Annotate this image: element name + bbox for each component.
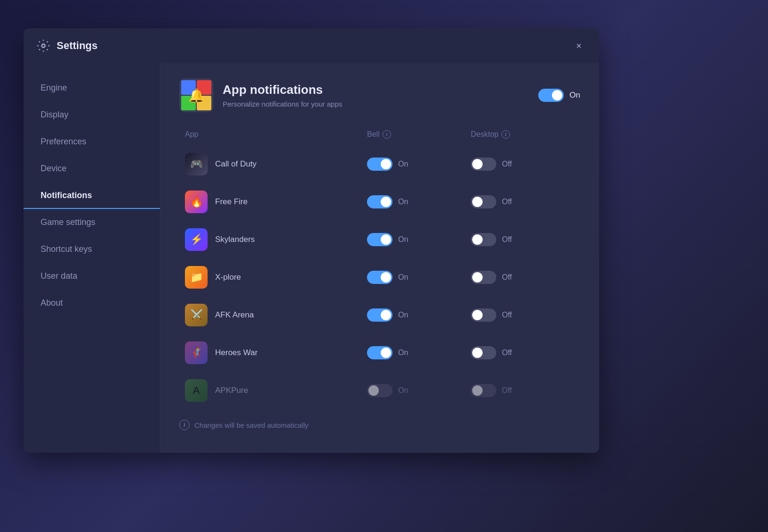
settings-window: Settings × EngineDisplayPreferencesDevic… (24, 28, 599, 453)
bell-toggle-label-skylanders: On (398, 235, 408, 244)
th-bell: Bell i (367, 130, 471, 139)
desktop-toggle-knob-skylanders (472, 234, 483, 245)
sidebar-item-device[interactable]: Device (24, 155, 160, 182)
desktop-toggle-apkpure[interactable] (471, 384, 496, 397)
desktop-toggle-cell-skylanders: Off (471, 233, 575, 246)
window-title: Settings (57, 40, 98, 52)
app-name-call-of-duty: Call of Duty (215, 159, 257, 169)
app-icon-afk-arena: ⚔️ (185, 304, 208, 326)
notifications-icon-box: 🔔 (179, 78, 213, 112)
desktop-toggle-knob-x-plore (472, 272, 483, 283)
bell-toggle-x-plore[interactable] (367, 271, 392, 284)
bell-toggle-apkpure[interactable] (367, 384, 392, 397)
bell-toggle-knob-skylanders (381, 234, 391, 245)
bell-toggle-label-afk-arena: On (398, 311, 408, 319)
app-name-free-fire: Free Fire (215, 197, 248, 207)
desktop-toggle-knob-apkpure (472, 385, 483, 396)
header-left: Settings (37, 39, 98, 52)
app-name-heroes-war: Heroes War (215, 348, 258, 357)
sidebar-item-display[interactable]: Display (24, 101, 160, 128)
auto-save-notice: i Changes will be saved automatically (179, 420, 580, 430)
main-content: 🔔 App notifications Personalize notifica… (160, 63, 599, 453)
sidebar-item-preferences[interactable]: Preferences (24, 128, 160, 155)
desktop-toggle-cell-heroes-war: Off (471, 346, 575, 359)
sidebar-item-about[interactable]: About (24, 290, 160, 316)
desktop-toggle-heroes-war[interactable] (471, 346, 496, 359)
desktop-toggle-cell-afk-arena: Off (471, 308, 575, 322)
sidebar-item-game-settings[interactable]: Game settings (24, 209, 160, 236)
desktop-toggle-cell-x-plore: Off (471, 271, 575, 284)
gear-icon (37, 39, 50, 52)
bell-toggle-afk-arena[interactable] (367, 308, 392, 322)
bell-toggle-label-free-fire: On (398, 198, 408, 206)
table-header: App Bell i Desktop i (179, 126, 580, 142)
sidebar-item-shortcut-keys[interactable]: Shortcut keys (24, 236, 160, 263)
master-toggle-label: On (569, 91, 580, 100)
bell-toggle-heroes-war[interactable] (367, 346, 392, 359)
app-name-x-plore: X-plore (215, 273, 241, 282)
auto-save-text: Changes will be saved automatically (194, 421, 309, 429)
desktop-toggle-label-skylanders: Off (502, 235, 512, 244)
bell-toggle-cell-call-of-duty: On (367, 158, 471, 171)
desktop-toggle-cell-apkpure: Off (471, 384, 575, 397)
desktop-toggle-free-fire[interactable] (471, 195, 496, 208)
desktop-toggle-afk-arena[interactable] (471, 308, 496, 322)
bell-toggle-call-of-duty[interactable] (367, 158, 392, 171)
apps-table: App Bell i Desktop i 🎮 Call of Duty (179, 126, 580, 408)
bell-toggle-knob-apkpure (368, 385, 379, 396)
body: EngineDisplayPreferencesDeviceNotificati… (24, 63, 599, 453)
th-desktop: Desktop i (471, 130, 575, 139)
app-name-apkpure: APKPure (215, 386, 248, 395)
sidebar-item-engine[interactable]: Engine (24, 75, 160, 101)
app-icon-apkpure: A (185, 379, 208, 402)
app-info-heroes-war: 🦸 Heroes War (185, 341, 367, 364)
desktop-toggle-knob-afk-arena (472, 310, 483, 320)
desktop-toggle-cell-call-of-duty: Off (471, 158, 575, 171)
notifications-header: 🔔 App notifications Personalize notifica… (179, 78, 580, 112)
notif-title: App notifications (223, 83, 342, 97)
sidebar-item-notifications[interactable]: Notifications (24, 182, 160, 209)
bell-toggle-label-apkpure: On (398, 386, 408, 395)
bell-info-icon: i (383, 130, 391, 139)
sidebar-item-user-data[interactable]: User data (24, 263, 160, 290)
app-row-afk-arena: ⚔️ AFK Arena On Off (179, 297, 580, 333)
app-row-call-of-duty: 🎮 Call of Duty On Off (179, 146, 580, 182)
app-info-free-fire: 🔥 Free Fire (185, 191, 367, 213)
bell-toggle-free-fire[interactable] (367, 195, 392, 208)
app-rows-container: 🎮 Call of Duty On Off 🔥 Free Fire (179, 146, 580, 408)
desktop-toggle-knob-free-fire (472, 197, 483, 207)
app-info-afk-arena: ⚔️ AFK Arena (185, 304, 367, 326)
bell-toggle-cell-skylanders: On (367, 233, 471, 246)
app-row-free-fire: 🔥 Free Fire On Off (179, 184, 580, 220)
bell-toggle-label-heroes-war: On (398, 349, 408, 357)
notif-title-block: App notifications Personalize notificati… (223, 83, 342, 108)
master-toggle-container: On (538, 89, 580, 102)
app-name-skylanders: Skylanders (215, 235, 255, 244)
desktop-info-icon: i (501, 130, 510, 139)
desktop-toggle-label-x-plore: Off (502, 273, 512, 282)
bell-toggle-label-x-plore: On (398, 273, 408, 282)
desktop-toggle-skylanders[interactable] (471, 233, 496, 246)
master-toggle[interactable] (538, 89, 564, 102)
auto-save-info-icon: i (179, 420, 190, 430)
bell-toggle-knob-heroes-war (381, 348, 391, 358)
app-row-apkpure: A APKPure On Off (179, 373, 580, 408)
svg-point-0 (42, 44, 45, 48)
bell-toggle-skylanders[interactable] (367, 233, 392, 246)
app-icon-skylanders: ⚡ (185, 228, 208, 251)
bell-toggle-knob-free-fire (381, 197, 391, 207)
master-toggle-knob (552, 90, 562, 100)
app-info-apkpure: A APKPure (185, 379, 367, 402)
desktop-toggle-label-apkpure: Off (502, 386, 512, 395)
desktop-toggle-label-call-of-duty: Off (502, 160, 512, 168)
desktop-toggle-label-free-fire: Off (502, 198, 512, 206)
app-row-skylanders: ⚡ Skylanders On Off (179, 222, 580, 258)
sidebar: EngineDisplayPreferencesDeviceNotificati… (24, 63, 160, 453)
bell-overlay-icon: 🔔 (179, 78, 213, 112)
close-button[interactable]: × (572, 39, 586, 53)
bell-toggle-label-call-of-duty: On (398, 160, 408, 168)
bell-toggle-cell-apkpure: On (367, 384, 471, 397)
app-row-x-plore: 📁 X-plore On Off (179, 259, 580, 295)
desktop-toggle-x-plore[interactable] (471, 271, 496, 284)
desktop-toggle-call-of-duty[interactable] (471, 158, 496, 171)
